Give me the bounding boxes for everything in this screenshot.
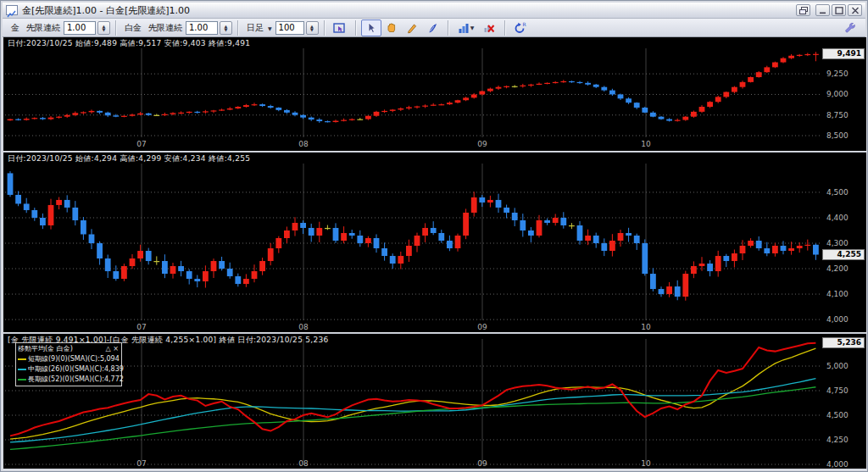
pencil-tool-button[interactable] [402, 19, 422, 36]
candle-body [40, 218, 46, 225]
long-ma-swatch [18, 379, 26, 380]
y-axis-label: 4,300 [826, 239, 849, 247]
x-axis-label: 08 [298, 140, 308, 148]
y-axis-label: 4,000 [826, 460, 849, 469]
candle-body [121, 116, 127, 117]
y-axis-label: 4,100 [826, 290, 849, 298]
candle-body [349, 119, 355, 120]
candle-body [146, 251, 152, 261]
candle-body [422, 228, 428, 236]
candle-body [243, 279, 249, 284]
candle-body [15, 195, 21, 204]
toolbar-separator [504, 20, 505, 36]
candle-body [227, 269, 233, 276]
cursor-tool-button[interactable] [361, 19, 381, 36]
y-axis-label: 5,000 [826, 362, 849, 370]
candle-body [447, 241, 453, 248]
candle-body [682, 117, 688, 120]
candle-body [113, 271, 119, 279]
candle-body [487, 89, 493, 92]
candle-body [415, 236, 420, 246]
current-price-box: 9,491 [822, 48, 865, 59]
minimize-button[interactable] [815, 4, 830, 16]
current-price-box: 5,236 [822, 337, 865, 348]
candle-body [178, 113, 184, 114]
candle-body [748, 77, 754, 82]
candle-body [15, 119, 21, 120]
x-axis-label: 09 [477, 459, 487, 468]
candle-body [528, 230, 534, 236]
candle-body [585, 236, 591, 241]
gold-ratio-stepper[interactable]: ▲▼ [97, 21, 110, 35]
candle-body [316, 119, 322, 121]
candle-body [24, 119, 30, 119]
candle-body [268, 106, 274, 108]
platinum-ratio-stepper[interactable]: ▲▼ [220, 21, 232, 35]
y-axis-label: 4,200 [826, 264, 849, 273]
candle-body [691, 266, 697, 274]
gold-chart-panel: 日付:2023/10/25 始値:9,489 高値:9,517 安値:9,403… [3, 37, 866, 151]
candle-body [691, 112, 697, 117]
candle-body [715, 256, 721, 271]
x-axis-label: 10 [641, 140, 650, 148]
candle-body [463, 213, 469, 236]
candle-body [162, 261, 168, 274]
candle-body [560, 81, 566, 82]
y-axis-label: 4,750 [826, 386, 849, 395]
candle-body [194, 279, 200, 281]
bar-count-stepper[interactable]: ▲▼ [306, 21, 319, 35]
candle-body [797, 246, 803, 248]
app-icon [6, 5, 18, 15]
candle-body [406, 246, 412, 256]
candle-body [178, 266, 184, 271]
candle-body [740, 82, 746, 87]
interval-dropdown[interactable]: 日足 ▼ [247, 22, 272, 34]
x-axis-label: 10 [641, 459, 650, 468]
candle-body [723, 256, 729, 261]
indicator-menu-button[interactable]: ▼ [453, 19, 479, 36]
candle-body [325, 228, 331, 229]
legend-close-button[interactable]: × [112, 345, 120, 353]
popup-window-button[interactable] [796, 4, 810, 16]
close-button[interactable] [848, 4, 862, 16]
legend-row-long: 長期線(52)(0)(SMA)(C):4,772 [18, 375, 120, 384]
current-price-box: 4,255 [822, 249, 865, 260]
candle-body [732, 253, 737, 261]
x-axis-label: 10 [641, 323, 650, 331]
candle-body [186, 271, 192, 279]
bar-count-input[interactable] [275, 21, 304, 35]
candle-body [398, 256, 403, 264]
candle-body [455, 100, 461, 103]
reload-button[interactable]: R [510, 19, 531, 36]
candle-body [504, 208, 509, 213]
platinum-series-label: 先限連続 [148, 22, 182, 34]
candle-body [431, 105, 437, 106]
title-bar[interactable]: 金[先限連続]1.00 - 白金[先限連続]1.00 [3, 3, 865, 19]
platinum-ratio-input[interactable] [186, 21, 218, 35]
candle-body [162, 114, 168, 115]
candle-body [203, 271, 209, 281]
candle-body [252, 104, 258, 105]
candle-body [463, 97, 469, 100]
candle-body [422, 106, 428, 107]
candle-body [788, 56, 794, 58]
candle-body [105, 113, 111, 115]
pen-tool-button[interactable] [422, 19, 442, 36]
legend-minimize-button[interactable]: △ [104, 345, 112, 353]
x-axis-label: 08 [298, 323, 308, 331]
data-view-button[interactable] [330, 19, 350, 36]
settings-wrench-icon[interactable] [843, 21, 855, 35]
maximize-button[interactable] [832, 4, 846, 16]
legend-title: 移動平均(金 白金) [18, 344, 104, 353]
delete-study-button[interactable] [479, 19, 499, 36]
hand-tool-button[interactable] [381, 19, 402, 36]
candle-body [438, 233, 444, 241]
gold-ratio-input[interactable] [64, 21, 96, 35]
candle-body [707, 102, 713, 107]
candle-body [804, 245, 810, 246]
candle-body [642, 243, 648, 274]
platinum-ohlc-readout: 日付:2023/10/25 始値:4,294 高値:4,299 安値:4,234… [8, 153, 250, 164]
candle-body [153, 261, 159, 262]
candle-body [528, 85, 534, 86]
toolbar-separator [324, 20, 325, 36]
